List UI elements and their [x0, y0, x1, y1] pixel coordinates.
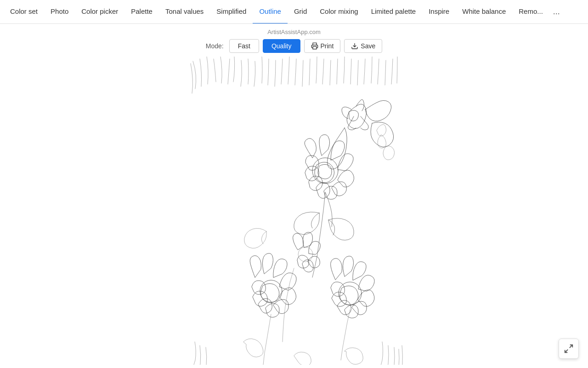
- print-icon: [311, 42, 318, 50]
- svg-point-3: [260, 280, 282, 302]
- mode-row: Mode: Fast Quality Print Save: [206, 39, 382, 53]
- print-label: Print: [321, 42, 334, 50]
- nav-item-white-balance[interactable]: White balance: [456, 0, 512, 24]
- svg-line-6: [570, 345, 572, 348]
- mode-label: Mode:: [206, 42, 224, 50]
- toolbar: ArtistAssistApp.com Mode: Fast Quality P…: [0, 24, 588, 57]
- main-content: .sketch { fill: none; stroke: #444; stro…: [0, 57, 588, 368]
- nav-item-simplified[interactable]: Simplified: [210, 0, 253, 24]
- save-icon: [351, 42, 358, 50]
- svg-point-5: [298, 247, 313, 262]
- nav-item-remove[interactable]: Remo...: [512, 0, 549, 24]
- nav-item-grid[interactable]: Grid: [288, 0, 313, 24]
- outline-image-container: .sketch { fill: none; stroke: #444; stro…: [184, 57, 404, 365]
- nav-item-outline[interactable]: Outline: [253, 0, 288, 24]
- svg-rect-0: [313, 46, 317, 49]
- print-button[interactable]: Print: [304, 39, 341, 53]
- nav-more-button[interactable]: ...: [549, 0, 564, 24]
- nav-item-palette[interactable]: Palette: [124, 0, 159, 24]
- nav-item-color-set[interactable]: Color set: [4, 0, 44, 24]
- nav-bar: Color set Photo Color picker Palette Ton…: [0, 0, 588, 24]
- nav-item-tonal-values[interactable]: Tonal values: [159, 0, 210, 24]
- fullscreen-button[interactable]: [559, 339, 579, 359]
- nav-item-limited-palette[interactable]: Limited palette: [365, 0, 423, 24]
- quality-button[interactable]: Quality: [263, 39, 300, 53]
- svg-point-2: [312, 158, 338, 184]
- nav-item-color-mixing[interactable]: Color mixing: [313, 0, 364, 24]
- nav-item-photo[interactable]: Photo: [44, 0, 75, 24]
- save-label: Save: [361, 42, 375, 50]
- outline-drawing: .sketch { fill: none; stroke: #444; stro…: [184, 57, 404, 365]
- fast-button[interactable]: Fast: [229, 39, 259, 53]
- nav-item-color-picker[interactable]: Color picker: [75, 0, 124, 24]
- nav-item-inspire[interactable]: Inspire: [422, 0, 456, 24]
- save-button[interactable]: Save: [344, 39, 382, 53]
- svg-line-7: [565, 350, 568, 352]
- fullscreen-icon: [564, 344, 574, 354]
- app-url: ArtistAssistApp.com: [267, 29, 321, 35]
